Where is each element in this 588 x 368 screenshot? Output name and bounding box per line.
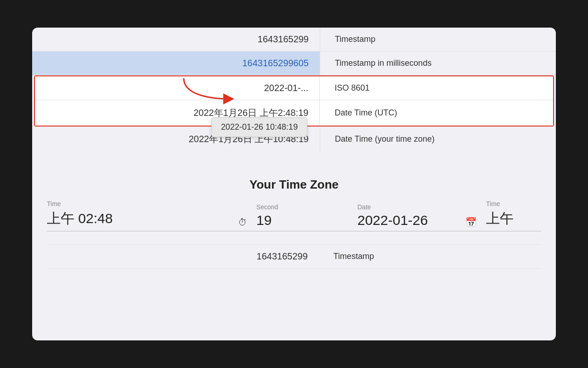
clock-icon: ⏱ bbox=[238, 217, 247, 228]
timestamp-value: 1643165299 bbox=[32, 28, 320, 51]
tooltip-popup: 2022-01-26 10:48:19 bbox=[211, 117, 307, 137]
second-input-group: Second 19 bbox=[256, 203, 357, 231]
timestamp-ms-value: 1643165299605 bbox=[32, 52, 320, 75]
timezone-input-row: Time 上午 02:48 ⏱ Second 19 Date 2022-01-2… bbox=[47, 200, 541, 231]
bottom-table: 1643165299 Timestamp bbox=[47, 244, 541, 269]
time-value[interactable]: 上午 02:48 ⏱ bbox=[47, 209, 256, 231]
date-label: Date bbox=[357, 203, 486, 211]
table-row-ms: 1643165299605 Timestamp in milliseconds bbox=[32, 52, 556, 75]
timestamp-label: Timestamp bbox=[320, 28, 556, 51]
bottom-table-row: 1643165299 Timestamp bbox=[47, 244, 541, 269]
timezone-section: Your Time Zone Time 上午 02:48 ⏱ Second 19… bbox=[32, 168, 556, 269]
timestamp-ms-label: Timestamp in milliseconds bbox=[320, 52, 556, 75]
section-divider bbox=[32, 152, 556, 168]
bottom-timestamp-label: Timestamp bbox=[319, 245, 541, 268]
time-input-group: Time 上午 02:48 ⏱ bbox=[47, 200, 256, 231]
time-label: Time bbox=[47, 200, 256, 207]
calendar-icon[interactable]: 📅 bbox=[465, 217, 477, 228]
iso-value: 2022-01-... bbox=[35, 76, 320, 100]
date-value[interactable]: 2022-01-26 📅 bbox=[357, 213, 486, 231]
time-right-input-group: Time 上午 bbox=[486, 200, 541, 231]
main-container: 2022-01-26 10:48:19 1643165299 Timestamp… bbox=[32, 28, 556, 340]
bottom-timestamp-value: 1643165299 bbox=[47, 245, 319, 268]
time-right-value[interactable]: 上午 bbox=[486, 209, 541, 231]
time-right-label: Time bbox=[486, 200, 541, 207]
iso-label: ISO 8601 bbox=[320, 77, 553, 99]
utc-label: Date Time (UTC) bbox=[320, 102, 553, 124]
local-label: Date Time (your time zone) bbox=[320, 128, 556, 150]
table-row: 1643165299 Timestamp bbox=[32, 28, 556, 52]
table-row-iso: 2022-01-... ISO 8601 bbox=[35, 76, 553, 100]
date-input-group: Date 2022-01-26 📅 bbox=[357, 203, 486, 231]
tooltip-text: 2022-01-26 10:48:19 bbox=[221, 122, 298, 132]
second-value[interactable]: 19 bbox=[256, 213, 357, 231]
timezone-title: Your Time Zone bbox=[47, 178, 541, 192]
second-label: Second bbox=[256, 203, 357, 211]
